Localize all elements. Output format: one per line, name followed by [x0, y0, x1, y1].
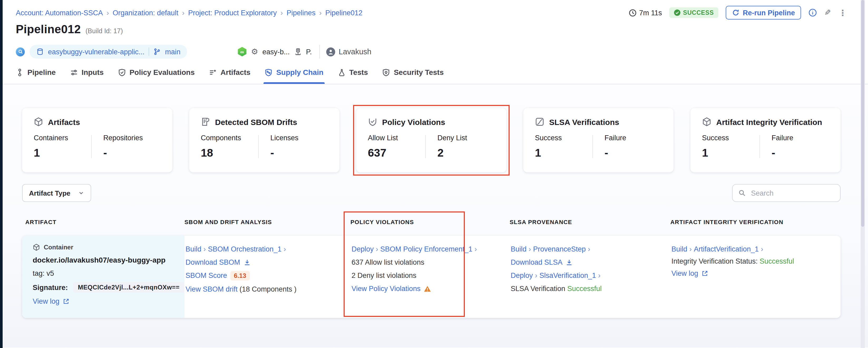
page-scrollbar[interactable]: [861, 0, 865, 348]
artifact-cell: Container docker.io/lavakush07/easy-bugg…: [22, 236, 184, 318]
stat-integrity-success: Success 1: [702, 134, 760, 159]
tests-icon: [338, 68, 345, 76]
branch-icon: [153, 48, 161, 55]
triggered-by-user: Lavakush: [339, 48, 371, 56]
sbom-score-link[interactable]: SBOM Score: [186, 271, 227, 280]
rerun-pipeline-button[interactable]: Re-run Pipeline: [726, 6, 801, 20]
more-options-icon[interactable]: ⋮: [838, 8, 847, 18]
tab-policy-evaluations[interactable]: Policy Evaluations: [118, 61, 194, 84]
security-tests-icon: [382, 68, 390, 76]
col-header-artifact: ARTIFACT: [22, 219, 184, 225]
chevron-right-icon: ›: [474, 245, 477, 253]
chevron-right-icon: ›: [529, 245, 531, 253]
scrollbar-thumb[interactable]: [861, 0, 864, 227]
info-icon[interactable]: [809, 8, 817, 17]
download-icon: [566, 259, 573, 266]
stat-allow-list: Allow List 637: [368, 134, 425, 159]
tab-artifacts[interactable]: Artifacts: [209, 61, 251, 84]
stat-repositories: Repositories -: [92, 134, 161, 159]
edit-pipeline-icon[interactable]: ✎: [825, 8, 831, 18]
sbom-drift-icon: [201, 117, 210, 126]
card-sbom-drifts: Detected SBOM Drifts Components 18 Licen…: [189, 108, 339, 172]
chevron-down-icon: [78, 190, 84, 196]
deny-list-violations: 2 Deny list violations: [351, 271, 502, 280]
external-link-icon: [702, 270, 708, 277]
slsa-step2-link[interactable]: SlsaVerification_1: [539, 271, 596, 280]
service-gear-icon: ⚙: [251, 47, 258, 56]
breadcrumb-pipeline012[interactable]: Pipeline012: [326, 9, 363, 17]
slsa-status-value: Successful: [567, 285, 602, 293]
repo-link[interactable]: easybuggy-vulnerable-applic...: [48, 48, 145, 56]
supply-chain-icon: [265, 68, 273, 76]
col-header-sbom: SBOM AND DRIFT ANALYSIS: [184, 219, 350, 225]
service-infra-group: ∞ ⚙ easy-b... P.: [238, 47, 312, 56]
sbom-stage-link[interactable]: Build: [186, 245, 201, 253]
codebase-icon: [16, 47, 25, 56]
policy-step-link[interactable]: SBOM Policy Enforcement_1: [380, 245, 472, 253]
col-header-integrity: ARTIFACT INTEGRITY VERIFICATION: [670, 219, 841, 225]
tab-tests[interactable]: Tests: [338, 61, 368, 84]
integrity-view-log-link[interactable]: View log: [672, 269, 698, 278]
artifact-view-log-link[interactable]: View log: [33, 297, 60, 305]
view-sbom-drift-link[interactable]: View SBOM drift: [186, 285, 238, 293]
clock-icon: [628, 9, 637, 17]
artifact-type-select[interactable]: Artifact Type: [22, 184, 91, 202]
breadcrumb-project[interactable]: Project: Product Exploratory: [188, 9, 277, 17]
signature-label: Signature:: [33, 283, 68, 291]
branch-link[interactable]: main: [165, 48, 181, 56]
tab-pipeline[interactable]: Pipeline: [16, 61, 56, 84]
sbom-cell: Build›SBOM Orchestration_1› Download SBO…: [184, 236, 350, 318]
card-policy-violations: Policy Violations Allow List 637 Deny Li…: [356, 108, 506, 172]
view-policy-violations-link[interactable]: View Policy Violations: [351, 284, 421, 293]
breadcrumb-separator-icon: ›: [319, 8, 321, 17]
breadcrumb-pipelines[interactable]: Pipelines: [287, 9, 316, 17]
breadcrumb-organization[interactable]: Organization: default: [113, 9, 178, 17]
page-title: Pipeline012: [16, 23, 81, 36]
check-circle-icon: [674, 9, 680, 16]
breadcrumb-separator-icon: ›: [182, 8, 184, 17]
tab-inputs[interactable]: Inputs: [70, 61, 103, 84]
search-input[interactable]: [750, 188, 845, 198]
slsa-stage2-link[interactable]: Deploy: [511, 271, 533, 280]
service-name[interactable]: easy-b...: [262, 48, 290, 56]
infrastructure-icon: [294, 48, 302, 56]
integrity-stage-link[interactable]: Build: [672, 245, 687, 253]
breadcrumb: Account: Automation-SSCA › Organization:…: [16, 8, 363, 17]
integrity-cube-icon: [702, 117, 711, 126]
left-nav-edge: [0, 0, 3, 348]
integrity-step-link[interactable]: ArtifactVerification_1: [694, 245, 758, 253]
sbom-step-link[interactable]: SBOM Orchestration_1: [208, 245, 281, 253]
warning-icon: [424, 285, 431, 292]
download-sbom-link[interactable]: Download SBOM: [186, 258, 240, 267]
slsa-stage1-link[interactable]: Build: [511, 245, 526, 253]
stat-licenses: Licenses -: [259, 134, 328, 159]
slsa-provenance-cell: Build›ProvenanceStep› Download SLSA Depl…: [509, 236, 670, 318]
slsa-icon: [535, 117, 545, 126]
card-artifacts: Artifacts Containers 1 Repositories -: [22, 108, 172, 172]
policy-evaluations-icon: [118, 68, 126, 76]
tab-supply-chain[interactable]: Supply Chain: [265, 61, 323, 84]
inputs-icon: [70, 68, 78, 76]
card-slsa-verifications: SLSA Verifications Success 1 Failure -: [523, 108, 674, 172]
page: Account: Automation-SSCA › Organization:…: [0, 0, 868, 348]
slsa-status-label: SLSA Verification: [511, 285, 565, 293]
pipeline-icon: [16, 68, 24, 76]
chevron-right-icon: ›: [283, 245, 286, 253]
stat-deny-list: Deny List 2: [426, 134, 495, 159]
infra-name[interactable]: P.: [306, 48, 312, 56]
filter-row: Artifact Type: [22, 184, 841, 202]
download-icon: [243, 259, 251, 266]
status-badge: SUCCESS: [669, 7, 719, 18]
download-slsa-link[interactable]: Download SLSA: [511, 258, 563, 267]
chevron-right-icon: ›: [689, 245, 692, 253]
policy-stage-link[interactable]: Deploy: [351, 245, 374, 253]
breadcrumb-separator-icon: ›: [280, 8, 283, 17]
tab-security-tests[interactable]: Security Tests: [382, 61, 443, 84]
breadcrumb-account[interactable]: Account: Automation-SSCA: [16, 9, 103, 17]
integrity-cell: Build›ArtifactVerification_1› Integrity …: [670, 236, 841, 318]
slsa-step1-link[interactable]: ProvenanceStep: [533, 245, 586, 253]
meta-divider: [319, 45, 320, 59]
signature-value[interactable]: MEQCICde2Vjl...L+2+mqnOXw==: [73, 282, 184, 293]
run-duration: 7m 11s: [628, 9, 662, 17]
chevron-right-icon: ›: [598, 271, 600, 280]
